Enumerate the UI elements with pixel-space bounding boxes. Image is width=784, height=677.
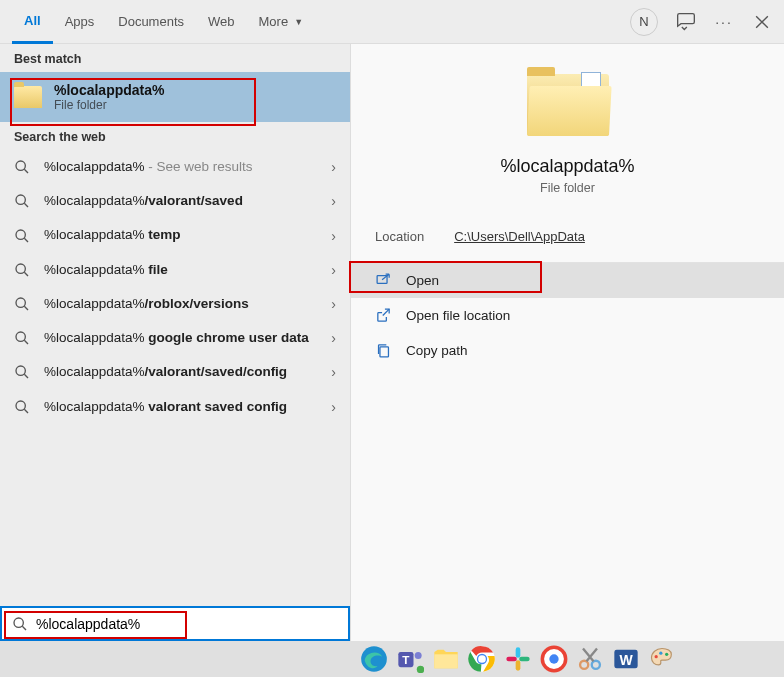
details-title: %localappdata% xyxy=(351,156,784,177)
top-tab-bar: All Apps Documents Web More ▼ N ··· xyxy=(0,0,784,44)
best-match-subtitle: File folder xyxy=(54,98,164,112)
details-subtitle: File folder xyxy=(351,181,784,195)
svg-rect-21 xyxy=(519,657,530,662)
svg-point-3 xyxy=(16,264,25,273)
user-avatar[interactable]: N xyxy=(630,8,658,36)
svg-text:T: T xyxy=(402,653,409,666)
svg-point-19 xyxy=(478,655,486,663)
svg-point-14 xyxy=(415,652,422,659)
svg-point-4 xyxy=(16,298,25,307)
tab-web[interactable]: Web xyxy=(196,0,247,44)
web-result-label: %localappdata% google chrome user data xyxy=(44,329,319,347)
taskbar-chrome-alt-icon[interactable] xyxy=(540,645,568,673)
web-result-item[interactable]: %localappdata%/valorant/saved/config› xyxy=(0,355,350,389)
svg-rect-9 xyxy=(380,347,389,357)
search-icon xyxy=(14,193,32,209)
svg-point-0 xyxy=(16,161,25,170)
web-result-label: %localappdata%/valorant/saved xyxy=(44,192,319,210)
best-match-title: %localappdata% xyxy=(54,82,164,98)
chevron-right-icon: › xyxy=(331,364,336,380)
chevron-right-icon: › xyxy=(331,159,336,175)
web-result-label: %localappdata% file xyxy=(44,261,319,279)
chevron-down-icon: ▼ xyxy=(294,17,303,27)
svg-point-10 xyxy=(14,618,23,627)
taskbar-explorer-icon[interactable] xyxy=(432,645,460,673)
chevron-right-icon: › xyxy=(331,399,336,415)
folder-icon xyxy=(527,74,609,136)
taskbar-chrome-icon[interactable] xyxy=(468,645,496,673)
location-link[interactable]: C:\Users\Dell\AppData xyxy=(454,229,585,244)
search-input[interactable] xyxy=(36,616,338,632)
search-icon xyxy=(12,616,28,632)
taskbar-edge-icon[interactable] xyxy=(360,645,388,673)
chevron-right-icon: › xyxy=(331,228,336,244)
svg-point-31 xyxy=(655,655,658,658)
svg-rect-23 xyxy=(506,657,516,662)
svg-point-1 xyxy=(16,195,25,204)
search-icon xyxy=(14,330,32,346)
close-icon[interactable] xyxy=(752,12,772,32)
best-match-item[interactable]: %localappdata% File folder xyxy=(0,72,350,122)
tab-documents[interactable]: Documents xyxy=(106,0,196,44)
svg-point-28 xyxy=(592,661,600,669)
details-panel: %localappdata% File folder Location C:\U… xyxy=(350,44,784,641)
svg-text:W: W xyxy=(619,652,633,668)
taskbar-snip-icon[interactable] xyxy=(576,645,604,673)
chevron-right-icon: › xyxy=(331,262,336,278)
svg-rect-16 xyxy=(434,654,457,668)
search-bar[interactable] xyxy=(0,606,350,641)
web-result-item[interactable]: %localappdata% - See web results› xyxy=(0,150,350,184)
web-result-item[interactable]: %localappdata% file› xyxy=(0,253,350,287)
web-result-label: %localappdata%/valorant/saved/config xyxy=(44,363,319,381)
search-web-header: Search the web xyxy=(0,122,350,150)
folder-icon xyxy=(14,86,42,108)
svg-point-6 xyxy=(16,366,25,375)
web-result-item[interactable]: %localappdata%/valorant/saved› xyxy=(0,184,350,218)
web-result-label: %localappdata%/roblox/versions xyxy=(44,295,319,313)
action-copy-path[interactable]: Copy path xyxy=(351,333,784,368)
chevron-right-icon: › xyxy=(331,193,336,209)
tab-all[interactable]: All xyxy=(12,0,53,44)
feedback-icon[interactable] xyxy=(676,12,696,32)
location-label: Location xyxy=(375,229,424,244)
search-icon xyxy=(14,364,32,380)
svg-point-32 xyxy=(659,652,662,655)
web-result-label: %localappdata% - See web results xyxy=(44,158,319,176)
more-icon[interactable]: ··· xyxy=(714,12,734,32)
search-icon xyxy=(14,262,32,278)
taskbar-slack-icon[interactable] xyxy=(504,645,532,673)
svg-rect-20 xyxy=(516,647,521,658)
search-icon xyxy=(14,228,32,244)
tab-apps[interactable]: Apps xyxy=(53,0,107,44)
svg-point-2 xyxy=(16,230,25,239)
svg-point-26 xyxy=(549,654,558,663)
action-open[interactable]: Open xyxy=(351,263,784,298)
taskbar-word-icon[interactable]: W xyxy=(612,645,640,673)
search-icon xyxy=(14,159,32,175)
web-result-item[interactable]: %localappdata% valorant saved config› xyxy=(0,390,350,424)
best-match-header: Best match xyxy=(0,44,350,72)
svg-point-33 xyxy=(665,653,668,656)
chevron-right-icon: › xyxy=(331,296,336,312)
taskbar-paint-icon[interactable] xyxy=(648,645,676,673)
svg-point-15 xyxy=(417,666,424,673)
taskbar-teams-icon[interactable]: T xyxy=(396,645,424,673)
tab-more[interactable]: More ▼ xyxy=(247,0,316,44)
search-icon xyxy=(14,399,32,415)
action-open-location[interactable]: Open file location xyxy=(351,298,784,333)
web-result-item[interactable]: %localappdata% google chrome user data› xyxy=(0,321,350,355)
svg-point-27 xyxy=(580,661,588,669)
web-result-label: %localappdata% temp xyxy=(44,226,319,244)
chevron-right-icon: › xyxy=(331,330,336,346)
svg-rect-22 xyxy=(516,660,521,671)
svg-point-7 xyxy=(16,401,25,410)
svg-point-5 xyxy=(16,332,25,341)
web-result-item[interactable]: %localappdata% temp› xyxy=(0,218,350,252)
results-panel: Best match %localappdata% File folder Se… xyxy=(0,44,350,641)
web-result-label: %localappdata% valorant saved config xyxy=(44,398,319,416)
web-result-item[interactable]: %localappdata%/roblox/versions› xyxy=(0,287,350,321)
taskbar: T W xyxy=(0,641,784,677)
search-icon xyxy=(14,296,32,312)
